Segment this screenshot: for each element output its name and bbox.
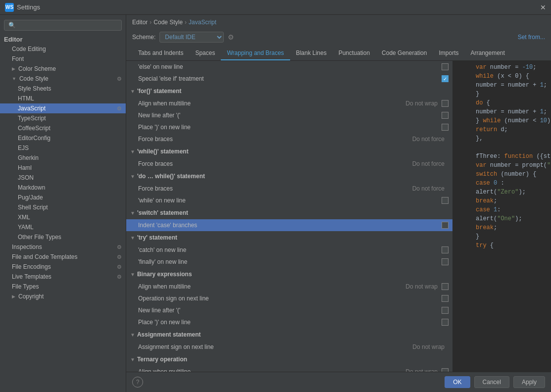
sidebar-item-label: Markdown	[18, 184, 45, 191]
sidebar-item-label: Code Style	[19, 75, 49, 82]
section-arrow-icon: ▼	[130, 272, 135, 277]
search-input[interactable]	[18, 22, 117, 29]
sidebar-item-label: HTML	[18, 95, 34, 102]
row-value: Do not force	[405, 160, 445, 167]
sidebar-item-style-sheets[interactable]: Style Sheets	[0, 84, 126, 94]
sidebar-item-other-file-types[interactable]: Other File Types	[0, 232, 126, 242]
sidebar-item-copyright[interactable]: ▶ Copyright	[0, 292, 126, 301]
checkbox-binary-paren[interactable]	[442, 319, 449, 326]
line-gutter	[457, 170, 472, 179]
sidebar-item-color-scheme[interactable]: ▶ Color Scheme	[0, 64, 126, 74]
sidebar-item-code-editing[interactable]: Code Editing	[0, 44, 126, 54]
set-from-link[interactable]: Set from...	[518, 34, 545, 41]
code-content	[476, 143, 547, 152]
scheme-select[interactable]: Default IDE	[159, 32, 224, 43]
row-for-new-line-after[interactable]: New line after '('	[126, 109, 452, 121]
tab-wrapping-and-braces[interactable]: Wrapping and Braces	[221, 47, 290, 60]
section-while-statement[interactable]: ▼ 'while()' statement	[126, 145, 452, 158]
sidebar-item-typescript[interactable]: TypeScript	[0, 113, 126, 123]
row-while-force-braces[interactable]: Force braces Do not force	[126, 158, 452, 170]
section-title: 'for()' statement	[137, 88, 182, 95]
sidebar-item-yaml[interactable]: YAML	[0, 222, 126, 232]
code-content: var number = -10;	[476, 63, 547, 72]
checkbox-binary-new-line[interactable]	[442, 307, 449, 314]
checkbox-ternary-align[interactable]	[442, 368, 449, 372]
sidebar-item-font[interactable]: Font	[0, 54, 126, 64]
line-gutter	[457, 81, 472, 90]
row-for-place-paren[interactable]: Place ')' on new line	[126, 121, 452, 133]
checkbox-for-align[interactable]	[442, 100, 449, 107]
row-for-force-braces[interactable]: Force braces Do not force	[126, 133, 452, 145]
row-binary-op-next-line[interactable]: Operation sign on next line	[126, 293, 452, 304]
row-for-align[interactable]: Align when multiline Do not wrap	[126, 98, 452, 109]
sidebar-item-file-types[interactable]: File Types	[0, 282, 126, 292]
code-content: number = number + 1;	[476, 107, 547, 116]
row-assignment-sign-next[interactable]: Assignment sign on next line Do not wrap	[126, 341, 452, 353]
section-switch-statement[interactable]: ▼ 'switch' statement	[126, 206, 452, 219]
checkbox-try-catch[interactable]	[442, 246, 449, 253]
ok-button[interactable]: OK	[445, 376, 470, 388]
section-ternary-operation[interactable]: ▼ Ternary operation	[126, 353, 452, 366]
sidebar-item-shell-script[interactable]: Shell Script	[0, 202, 126, 212]
tab-punctuation[interactable]: Punctuation	[333, 47, 376, 60]
cancel-button[interactable]: Cancel	[474, 376, 509, 388]
row-try-catch-new-line[interactable]: 'catch' on new line	[126, 244, 452, 256]
row-special-else-if[interactable]: Special 'else if' treatment	[126, 73, 452, 85]
sidebar-item-xml[interactable]: XML	[0, 212, 126, 222]
tab-imports[interactable]: Imports	[433, 47, 464, 60]
row-binary-new-line-after[interactable]: New line after '('	[126, 304, 452, 316]
tab-arrangement[interactable]: Arrangement	[464, 47, 510, 60]
settings-icon: ⚙	[117, 244, 122, 250]
sidebar-item-editorconfig[interactable]: EditorConfig	[0, 133, 126, 143]
row-else-new-line[interactable]: 'else' on new line	[126, 61, 452, 73]
close-button[interactable]: ✕	[540, 3, 546, 11]
sidebar-item-json[interactable]: JSON	[0, 173, 126, 183]
sidebar-item-inspections[interactable]: Inspections ⚙	[0, 242, 126, 252]
tab-tabs-and-indents[interactable]: Tabs and Indents	[132, 47, 189, 60]
line-gutter	[457, 125, 472, 134]
section-do-while-statement[interactable]: ▼ 'do … while()' statement	[126, 170, 452, 183]
checkbox-dowhile-while[interactable]	[442, 197, 449, 204]
checkbox-binary-op[interactable]	[442, 295, 449, 302]
sidebar-item-html[interactable]: HTML	[0, 94, 126, 103]
checkbox-binary-align[interactable]	[442, 283, 449, 290]
row-label: Align when multiline	[130, 100, 398, 107]
section-assignment-statement[interactable]: ▼ Assignment statement	[126, 328, 452, 341]
search-box[interactable]: 🔍	[4, 20, 122, 31]
sidebar-item-haml[interactable]: Haml	[0, 163, 126, 173]
tab-blank-lines[interactable]: Blank Lines	[290, 47, 333, 60]
sidebar-item-markdown[interactable]: Markdown	[0, 183, 126, 193]
section-try-statement[interactable]: ▼ 'try' statement	[126, 231, 452, 244]
sidebar-item-code-style[interactable]: ▼ Code Style ⚙	[0, 74, 126, 84]
row-dowhile-force-braces[interactable]: Force braces Do not force	[126, 183, 452, 195]
checkbox-switch-indent[interactable]	[442, 222, 449, 229]
checkbox-try-finally[interactable]	[442, 258, 449, 265]
sidebar-item-javascript[interactable]: JavaScript ⚙	[0, 103, 126, 113]
tab-spaces[interactable]: Spaces	[189, 47, 221, 60]
section-binary-expressions[interactable]: ▼ Binary expressions	[126, 268, 452, 281]
sidebar-item-ejs[interactable]: EJS	[0, 143, 126, 153]
row-try-finally-new-line[interactable]: 'finally' on new line	[126, 256, 452, 268]
row-switch-indent-case[interactable]: Indent 'case' branches	[126, 219, 452, 231]
titlebar: WS Settings ✕	[0, 0, 551, 15]
sidebar-item-gherkin[interactable]: Gherkin	[0, 153, 126, 163]
help-button[interactable]: ?	[132, 377, 143, 388]
row-binary-align[interactable]: Align when multiline Do not wrap	[126, 281, 452, 293]
sidebar-item-file-encodings[interactable]: File Encodings ⚙	[0, 262, 126, 272]
sidebar-item-live-templates[interactable]: Live Templates ⚙	[0, 272, 126, 282]
sidebar-item-file-and-code-templates[interactable]: File and Code Templates ⚙	[0, 252, 126, 262]
checkbox-special-else-if[interactable]	[442, 75, 449, 82]
apply-button[interactable]: Apply	[513, 376, 545, 388]
row-dowhile-while-new-line[interactable]: 'while' on new line	[126, 195, 452, 206]
checkbox-else-new-line[interactable]	[442, 63, 449, 70]
sidebar-item-coffeescript[interactable]: CoffeeScript	[0, 123, 126, 133]
tab-code-generation[interactable]: Code Generation	[376, 47, 433, 60]
checkbox-for-new-line[interactable]	[442, 112, 449, 119]
scheme-gear-icon[interactable]: ⚙	[228, 33, 234, 41]
sidebar-item-pug-jade[interactable]: Pug/Jade	[0, 193, 126, 202]
row-ternary-align[interactable]: Align when multiline Do not wrap	[126, 366, 452, 372]
row-binary-place-paren[interactable]: Place ')' on new line	[126, 316, 452, 328]
checkbox-for-paren[interactable]	[442, 124, 449, 131]
right-panel: Editor › Code Style › JavaScript Scheme:…	[126, 15, 551, 392]
section-for-statement[interactable]: ▼ 'for()' statement	[126, 85, 452, 98]
